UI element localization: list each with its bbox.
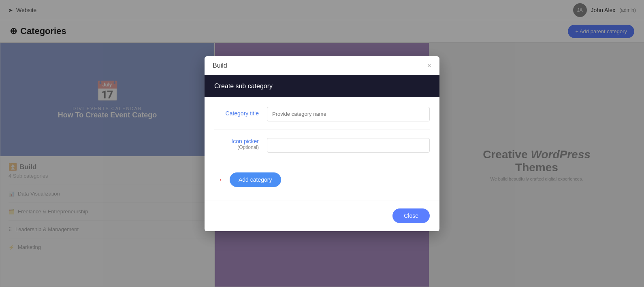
category-title-label: Category title xyxy=(214,107,259,117)
arrow-right-icon: → xyxy=(214,174,223,185)
modal-close-x-button[interactable]: × xyxy=(427,62,431,69)
icon-picker-optional: (Optional) xyxy=(214,145,259,150)
modal-backdrop: Build × Create sub category Category tit… xyxy=(0,0,644,287)
icon-picker-label: Icon picker xyxy=(214,138,259,145)
modal-header-label: Create sub category xyxy=(214,83,273,90)
add-category-row: → Add category xyxy=(214,169,430,190)
category-title-input[interactable] xyxy=(267,107,430,121)
icon-picker-input[interactable] xyxy=(267,138,430,153)
modal-footer: Close xyxy=(205,200,439,231)
icon-picker-row: Icon picker (Optional) xyxy=(214,138,430,153)
modal-close-button[interactable]: Close xyxy=(392,208,430,223)
modal-window-title: Build xyxy=(213,62,227,69)
modal-dialog: Build × Create sub category Category tit… xyxy=(205,56,439,231)
add-category-button[interactable]: Add category xyxy=(230,172,281,187)
icon-label-block: Icon picker (Optional) xyxy=(214,138,259,150)
modal-header-bar: Create sub category xyxy=(205,75,439,97)
category-title-row: Category title xyxy=(214,107,430,121)
modal-body: Category title Icon picker (Optional) → … xyxy=(205,97,439,200)
